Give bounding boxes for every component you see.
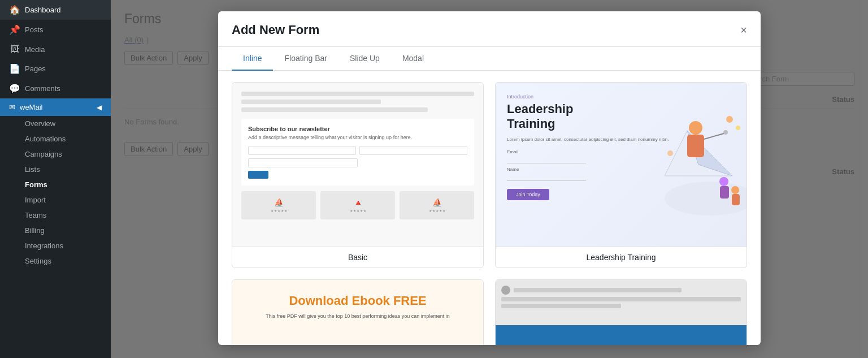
tab-modal[interactable]: Modal xyxy=(391,47,435,71)
modal-tabs: Inline Floating Bar Slide Up Modal xyxy=(218,47,761,71)
sidebar-subitem-import[interactable]: Import xyxy=(0,192,111,208)
media-icon: 🖼 xyxy=(9,44,20,54)
sidebar-item-dashboard[interactable]: 🏠 Dashboard xyxy=(0,0,111,20)
sidebar-item-wemail[interactable]: ✉ weMail ◀ xyxy=(0,98,111,116)
add-new-form-modal: Add New Form × Inline Floating Bar Slide… xyxy=(218,11,761,345)
preview-card-icon: 🔺 xyxy=(353,198,363,207)
discount-top xyxy=(496,280,747,325)
template-label-basic: Basic xyxy=(232,247,483,268)
leadership-title: Leadership Training xyxy=(507,102,735,132)
leadership-email-input xyxy=(507,156,586,163)
ebook-desc: This free PDF will give you the top 10 b… xyxy=(266,313,450,320)
ebook-image-area: 📖 xyxy=(246,320,470,345)
sidebar-subitem-teams[interactable]: Teams xyxy=(0,208,111,223)
modal-title: Add New Form xyxy=(232,23,319,37)
preview-submit-btn xyxy=(248,171,268,179)
sidebar-label-pages: Pages xyxy=(25,64,46,73)
main-content: Forms All (0) | Bulk Action Apply Status… xyxy=(111,0,868,358)
template-card-basic[interactable]: Subscribe to our newsletter Add a descri… xyxy=(232,82,484,268)
preview-card-icon: ⛵ xyxy=(432,198,442,207)
dashboard-icon: 🏠 xyxy=(9,5,20,15)
sidebar-item-media[interactable]: 🖼 Media xyxy=(0,40,111,59)
sidebar-subitem-forms[interactable]: Forms xyxy=(0,177,111,192)
sidebar-subitem-billing[interactable]: Billing xyxy=(0,223,111,238)
preview-input xyxy=(359,146,467,155)
comments-icon: 💬 xyxy=(9,83,20,94)
template-card-leadership[interactable]: Introduction Leadership Training Lorem i… xyxy=(495,82,747,268)
preview-card: ⛵ ★ ★ ★ ★ ★ xyxy=(241,191,316,219)
sidebar-item-posts[interactable]: 📌 Posts xyxy=(0,20,111,40)
wemail-icon: ✉ xyxy=(9,103,15,111)
discount-line xyxy=(501,304,621,308)
modal-close-button[interactable]: × xyxy=(740,24,747,36)
tab-slide-up[interactable]: Slide Up xyxy=(338,47,391,71)
template-preview-ebook: Download Ebook FREE This free PDF will g… xyxy=(232,280,483,345)
preview-input xyxy=(248,146,356,155)
modal-body: Subscribe to our newsletter Add a descri… xyxy=(218,71,761,345)
modal-header: Add New Form × xyxy=(218,11,761,47)
preview-card: ⛵ ★ ★ ★ ★ ★ xyxy=(400,191,474,219)
sidebar-label-media: Media xyxy=(25,45,45,54)
leadership-join-button[interactable]: Join Today xyxy=(507,189,549,200)
sidebar-subitem-campaigns[interactable]: Campaigns xyxy=(0,146,111,162)
preview-line xyxy=(241,107,428,112)
sidebar-subitem-automations[interactable]: Automations xyxy=(0,131,111,146)
modal-overlay[interactable]: Add New Form × Inline Floating Bar Slide… xyxy=(111,0,868,358)
tab-floating-bar[interactable]: Floating Bar xyxy=(273,47,338,71)
sidebar-label-comments: Comments xyxy=(25,84,60,93)
sidebar-item-comments[interactable]: 💬 Comments xyxy=(0,79,111,98)
preview-line xyxy=(241,92,474,96)
preview-line xyxy=(241,100,381,104)
sidebar-label-dashboard: Dashboard xyxy=(25,6,61,14)
sidebar-label-posts: Posts xyxy=(25,25,44,34)
wemail-arrow-icon: ◀ xyxy=(97,103,102,111)
sidebar-item-pages[interactable]: 📄 Pages xyxy=(0,59,111,79)
leadership-desc: Lorem ipsum dolor sit amet, consectutar … xyxy=(507,136,735,143)
pages-icon: 📄 xyxy=(9,63,20,74)
discount-line xyxy=(501,297,741,301)
leadership-name-input xyxy=(507,173,586,181)
posts-icon: 📌 xyxy=(9,24,20,35)
leadership-name-field: Name xyxy=(507,167,735,181)
preview-card: 🔺 ★ ★ ★ ★ ★ xyxy=(320,191,395,219)
templates-grid: Subscribe to our newsletter Add a descri… xyxy=(232,82,747,345)
sidebar-subitem-lists[interactable]: Lists xyxy=(0,162,111,177)
discount-line xyxy=(514,288,682,292)
template-label-leadership: Leadership Training xyxy=(496,247,747,268)
preview-input-full xyxy=(248,158,358,167)
template-card-ebook[interactable]: Download Ebook FREE This free PDF will g… xyxy=(232,279,484,345)
leadership-intro: Introduction xyxy=(507,94,735,100)
preview-card-icon: ⛵ xyxy=(274,198,284,207)
leadership-email-field: Email xyxy=(507,149,735,163)
template-preview-discount: Get 10% Off on Your First Purchase! xyxy=(496,280,747,345)
sidebar-subitem-overview[interactable]: Overview xyxy=(0,116,111,131)
sidebar-subitem-integrations[interactable]: Integrations xyxy=(0,238,111,253)
discount-bottom: Get 10% Off on Your First Purchase! xyxy=(496,325,747,345)
sidebar-subitem-settings[interactable]: Settings xyxy=(0,253,111,269)
template-preview-leadership: Introduction Leadership Training Lorem i… xyxy=(496,83,747,247)
preview-form: Subscribe to our newsletter Add a descri… xyxy=(241,119,474,186)
sidebar-label-wemail: weMail xyxy=(20,103,42,111)
discount-avatar-row xyxy=(501,286,741,295)
discount-avatar xyxy=(501,286,510,295)
preview-form-title: Subscribe to our newsletter xyxy=(248,126,467,132)
template-card-discount[interactable]: Get 10% Off on Your First Purchase! Get … xyxy=(495,279,747,345)
sidebar: 🏠 Dashboard 📌 Posts 🖼 Media 📄 Pages 💬 Co… xyxy=(0,0,111,358)
template-preview-basic: Subscribe to our newsletter Add a descri… xyxy=(232,83,483,247)
tab-inline[interactable]: Inline xyxy=(232,47,273,71)
preview-form-text: Add a descriptive message telling what y… xyxy=(248,135,467,141)
ebook-title: Download Ebook FREE xyxy=(289,294,426,308)
